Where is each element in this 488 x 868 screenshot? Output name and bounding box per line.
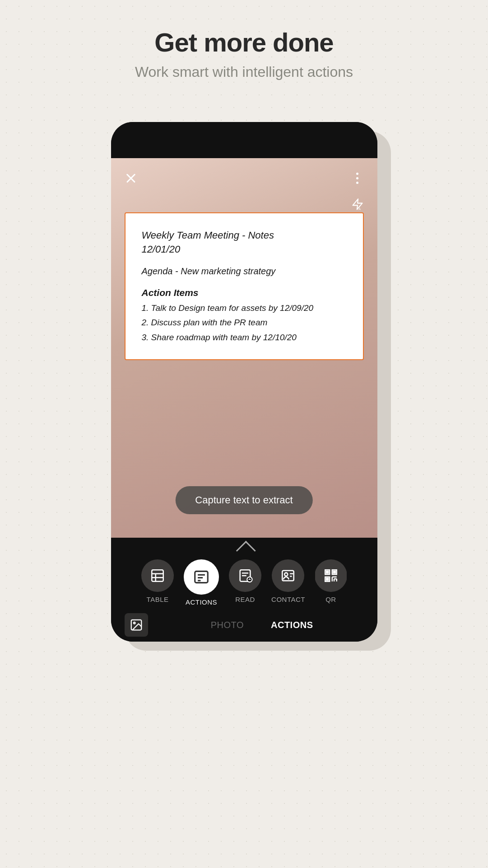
modes-row: TABLE ACTIONS (111, 559, 377, 606)
svg-rect-21 (326, 571, 328, 573)
svg-rect-2 (152, 570, 163, 582)
tab-photo[interactable]: PHOTO (211, 620, 244, 630)
tab-actions[interactable]: ACTIONS (271, 620, 313, 630)
doc-agenda: Agenda - New marketing strategy (142, 266, 347, 277)
svg-text:A: A (358, 207, 361, 211)
doc-date: 12/01/20 (142, 244, 347, 255)
doc-action-items-title: Action Items (142, 287, 347, 298)
mode-qr-icon-wrap (315, 559, 347, 592)
tab-bar: PHOTO ACTIONS (111, 613, 377, 637)
svg-point-30 (133, 622, 135, 624)
qr-icon (323, 568, 339, 583)
camera-view: A Weekly Team Meeting - Notes 12/01/20 A… (111, 158, 377, 538)
capture-button[interactable]: Capture text to extract (175, 486, 312, 514)
doc-title: Weekly Team Meeting - Notes (142, 228, 347, 243)
doc-item-3: 3. Share roadmap with team by 12/10/20 (142, 330, 347, 345)
svg-point-15 (285, 573, 288, 576)
document-card: Weekly Team Meeting - Notes 12/01/20 Age… (125, 212, 364, 360)
contact-icon (280, 568, 296, 583)
read-icon (237, 568, 253, 583)
mode-read-icon-wrap (229, 559, 261, 592)
phone-bottom-bar: TABLE ACTIONS (111, 538, 377, 642)
close-button[interactable] (121, 168, 141, 188)
header-subtitle: Work smart with intelligent actions (0, 64, 488, 80)
mode-table-label: TABLE (147, 596, 169, 603)
actions-icon (193, 568, 210, 586)
dot3 (356, 182, 358, 184)
flash-icon: A (351, 198, 364, 211)
mode-actions[interactable]: ACTIONS (184, 559, 219, 606)
mode-contact-icon-wrap (272, 559, 304, 592)
svg-marker-0 (353, 199, 362, 209)
gallery-button[interactable] (125, 613, 148, 637)
mode-contact[interactable]: CONTACT (271, 559, 305, 603)
svg-rect-22 (334, 571, 335, 573)
dot1 (356, 173, 358, 175)
mode-table-icon-wrap (141, 559, 174, 592)
gallery-icon (130, 618, 143, 632)
mode-qr-label: QR (325, 596, 336, 603)
swipe-up-indicator[interactable] (235, 544, 253, 553)
doc-item-2: 2. Discuss plan with the PR team (142, 315, 347, 330)
table-icon (150, 568, 165, 583)
svg-point-11 (247, 577, 252, 582)
doc-item-1: 1. Talk to Design team for assets by 12/… (142, 301, 347, 315)
phone-mockup: A Weekly Team Meeting - Notes 12/01/20 A… (111, 122, 377, 642)
mode-contact-label: CONTACT (271, 596, 305, 603)
mode-actions-icon-wrap (184, 559, 219, 595)
svg-rect-23 (326, 578, 328, 580)
more-options-button[interactable] (348, 168, 367, 188)
mode-qr[interactable]: QR (315, 559, 347, 603)
flash-button[interactable]: A (348, 194, 367, 214)
mode-actions-label: ACTIONS (186, 598, 217, 606)
phone-top-bar (111, 122, 377, 158)
header-title: Get more done (0, 27, 488, 57)
phone-frame: A Weekly Team Meeting - Notes 12/01/20 A… (111, 122, 377, 642)
dot2 (356, 177, 358, 179)
doc-items-list: 1. Talk to Design team for assets by 12/… (142, 301, 347, 345)
header: Get more done Work smart with intelligen… (0, 27, 488, 80)
mode-read-label: READ (235, 596, 255, 603)
mode-read[interactable]: READ (229, 559, 261, 603)
mode-table[interactable]: TABLE (141, 559, 174, 603)
